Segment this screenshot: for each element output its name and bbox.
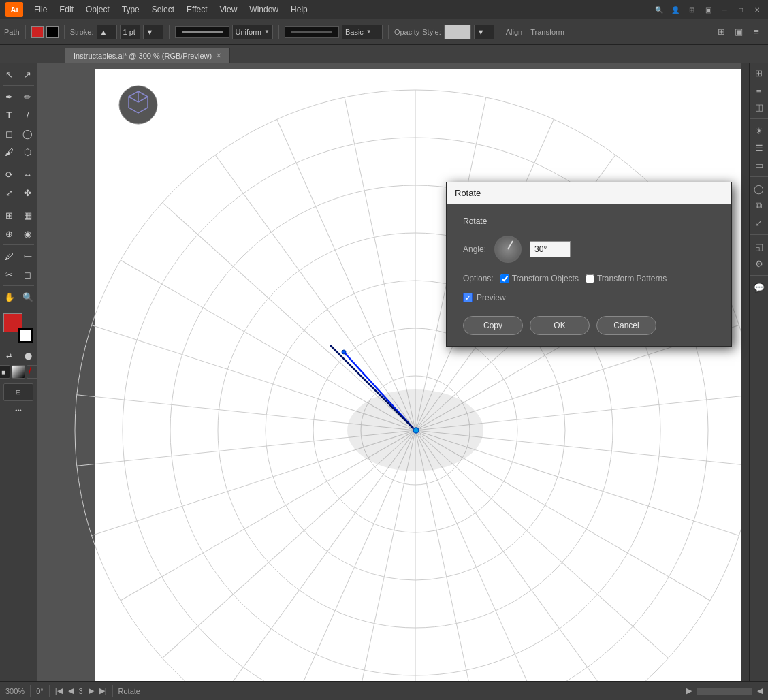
- menu-file[interactable]: File: [29, 3, 52, 16]
- rotate-tool[interactable]: ⟳: [1, 165, 18, 183]
- status-left-scroll[interactable]: ◀: [757, 686, 763, 695]
- basic-dropdown[interactable]: Basic ▼: [342, 25, 383, 39]
- ellipse-tool[interactable]: ◯: [19, 125, 37, 142]
- eraser2-tool[interactable]: ◻: [19, 266, 37, 283]
- left-toolbar: ↖ ↗ ✒ ✏ T / ◻ ◯ 🖌 ⬡ ⟳ ↔ ⤢ ✤ ⊞: [0, 63, 37, 681]
- eyedropper-tool[interactable]: 🖊: [1, 247, 18, 265]
- tool-row-eyedropper: 🖊 ⟝: [1, 247, 37, 265]
- transform-patterns-option[interactable]: Transform Patterns: [586, 274, 667, 283]
- more-tools-button[interactable]: •••: [10, 402, 27, 419]
- column-graph[interactable]: ▦: [19, 206, 37, 224]
- swap-colors-button[interactable]: ⇄: [0, 347, 18, 364]
- type-tool[interactable]: T: [1, 106, 18, 124]
- line-tool[interactable]: /: [19, 106, 37, 124]
- status-scroll-bar[interactable]: [697, 688, 752, 695]
- transform-objects-checkbox[interactable]: [500, 274, 509, 283]
- cancel-button[interactable]: Cancel: [596, 316, 656, 335]
- minimize-button[interactable]: ─: [719, 4, 730, 15]
- stroke-down-arrow[interactable]: ▼: [143, 25, 163, 39]
- panel-export-icon[interactable]: ⤢: [752, 215, 767, 230]
- panel-sun-icon[interactable]: ☀: [752, 123, 767, 138]
- preview-checkbox-indicator[interactable]: ✓: [463, 293, 473, 302]
- style-dropdown[interactable]: ▼: [474, 25, 494, 39]
- gradient-tool[interactable]: ◉: [19, 225, 37, 242]
- menu-view[interactable]: View: [214, 3, 243, 16]
- eraser-tool[interactable]: ⬡: [19, 143, 37, 161]
- grid-icon[interactable]: ⊞: [714, 25, 729, 39]
- menu-object[interactable]: Object: [80, 3, 115, 16]
- transform-patterns-checkbox[interactable]: [586, 274, 594, 283]
- stroke-up-arrow[interactable]: ▲: [97, 25, 117, 39]
- stroke-swatch[interactable]: [46, 26, 59, 38]
- symbol-sprayer[interactable]: ⊞: [1, 206, 18, 224]
- menu-window[interactable]: Window: [244, 3, 284, 16]
- user-icon[interactable]: 👤: [670, 4, 681, 15]
- panel-comment-icon[interactable]: 💬: [752, 280, 767, 295]
- none-mode-button[interactable]: /: [27, 365, 37, 379]
- prev-artboard-button[interactable]: |◀: [55, 686, 63, 695]
- pencil-tool[interactable]: ✏: [19, 88, 37, 106]
- canvas-area[interactable]: Rotate Rotate Angle: Options: Transform …: [37, 63, 749, 681]
- hand-tool[interactable]: ✋: [1, 288, 18, 306]
- menu-effect[interactable]: Effect: [181, 3, 212, 16]
- scissors-tool[interactable]: ✂: [1, 266, 18, 283]
- angle-input[interactable]: [530, 241, 571, 257]
- align-label[interactable]: Align: [506, 28, 522, 36]
- transform-label[interactable]: Transform: [530, 28, 564, 36]
- default-colors-button[interactable]: ⬤: [19, 347, 37, 364]
- blend-tool[interactable]: ⟝: [19, 247, 37, 265]
- ok-button[interactable]: OK: [530, 316, 590, 335]
- tools-separator-1: [3, 85, 34, 86]
- panel-grid-icon[interactable]: ⊞: [752, 65, 767, 80]
- color-mode-button[interactable]: ■: [0, 365, 10, 379]
- next-artboard-button[interactable]: ▶|: [99, 686, 107, 695]
- panel-adjust-icon[interactable]: ⚙: [752, 256, 767, 271]
- close-button[interactable]: ✕: [752, 4, 763, 15]
- panel-lines-icon[interactable]: ☰: [752, 140, 767, 155]
- mesh-tool[interactable]: ⊕: [1, 225, 18, 242]
- direct-selection-tool[interactable]: ↗: [19, 65, 37, 83]
- document-tab[interactable]: Instructables.ai* @ 300 % (RGB/Preview) …: [65, 48, 230, 63]
- vertical-scrollbar[interactable]: [741, 63, 749, 681]
- panel-list-icon[interactable]: ≡: [752, 82, 767, 97]
- panel-box-icon[interactable]: ◫: [752, 99, 767, 114]
- free-transform[interactable]: ✤: [19, 184, 37, 202]
- uniform-label: Uniform: [236, 28, 262, 36]
- prev-page-button[interactable]: ◀: [68, 686, 74, 695]
- gradient-mode-button[interactable]: [12, 365, 25, 379]
- status-right-scroll[interactable]: ▶: [686, 686, 692, 695]
- menu-edit[interactable]: Edit: [54, 3, 79, 16]
- panel-circle-icon[interactable]: ◯: [752, 181, 767, 196]
- tab-close-button[interactable]: ✕: [216, 52, 221, 59]
- fill-swatch[interactable]: [31, 26, 44, 38]
- panel-layers-icon[interactable]: ⧉: [752, 198, 767, 213]
- stroke-preview: [175, 26, 229, 38]
- panel-icon[interactable]: ▣: [703, 4, 714, 15]
- angle-dial[interactable]: [494, 236, 522, 263]
- draw-mode-button[interactable]: ⊟: [3, 383, 33, 401]
- scale-tool[interactable]: ↔: [19, 165, 37, 183]
- arrange-icon[interactable]: ⊞: [686, 4, 697, 15]
- menu-icon[interactable]: ≡: [749, 25, 764, 39]
- pen-tool[interactable]: ✒: [1, 88, 18, 106]
- menu-type[interactable]: Type: [116, 3, 145, 16]
- uniform-dropdown[interactable]: Uniform ▼: [232, 25, 273, 39]
- maximize-button[interactable]: □: [735, 4, 746, 15]
- panel-rect-icon[interactable]: ▭: [752, 157, 767, 172]
- copy-button[interactable]: Copy: [463, 316, 523, 335]
- next-page-button[interactable]: ▶: [89, 686, 94, 695]
- style-box[interactable]: [444, 25, 471, 39]
- warp-tool[interactable]: ⤢: [1, 184, 18, 202]
- selection-tool[interactable]: ↖: [1, 65, 18, 83]
- search-icon[interactable]: 🔍: [654, 4, 665, 15]
- panel-plugin-icon[interactable]: ◱: [752, 239, 767, 254]
- rectangle-tool[interactable]: ◻: [1, 125, 18, 142]
- brush-tool[interactable]: 🖌: [1, 143, 18, 161]
- stroke-value[interactable]: 1 pt: [120, 25, 140, 39]
- transform-objects-option[interactable]: Transform Objects: [500, 274, 579, 283]
- panel-right-icon[interactable]: ▣: [731, 25, 746, 39]
- stroke-color[interactable]: [18, 328, 33, 343]
- menu-select[interactable]: Select: [146, 3, 180, 16]
- menu-help[interactable]: Help: [285, 3, 313, 16]
- zoom-tool[interactable]: 🔍: [19, 288, 37, 306]
